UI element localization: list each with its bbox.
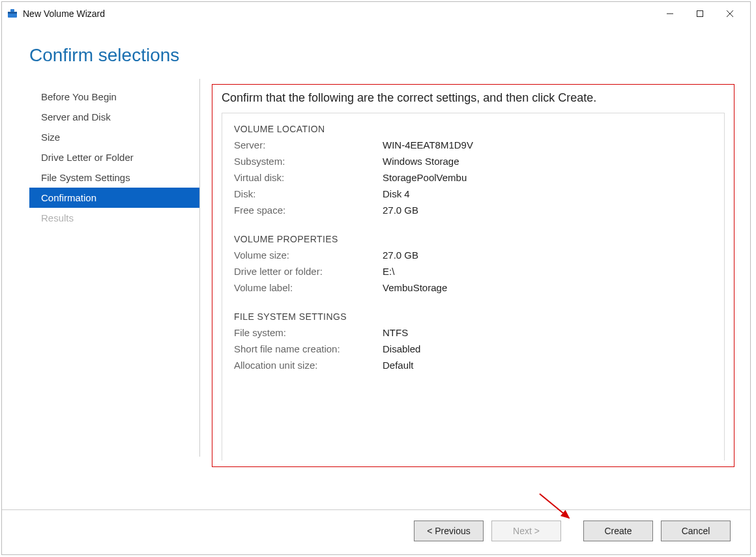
label-server: Server: — [234, 139, 383, 150]
value-volume-size: 27.0 GB — [383, 250, 712, 261]
main-panel: Confirm that the following are the corre… — [200, 79, 738, 509]
app-icon — [7, 8, 18, 19]
section-heading-volume-properties: VOLUME PROPERTIES — [234, 234, 712, 244]
titlebar: New Volume Wizard — [2, 2, 750, 25]
label-drive-letter: Drive letter or folder: — [234, 266, 383, 277]
row-disk: Disk: Disk 4 — [234, 186, 712, 202]
row-subsystem: Subsystem: Windows Storage — [234, 153, 712, 169]
label-file-system: File system: — [234, 327, 383, 338]
label-short-file-name: Short file name creation: — [234, 343, 383, 354]
page-heading: Confirm selections — [2, 25, 750, 79]
row-virtual-disk: Virtual disk: StoragePoolVembu — [234, 169, 712, 186]
button-bar: < Previous Next > Create Cancel — [2, 509, 750, 554]
sidebar-item-results: Results — [29, 208, 199, 228]
row-server: Server: WIN-4EEAT8M1D9V — [234, 137, 712, 153]
create-button[interactable]: Create — [583, 521, 653, 541]
window-controls — [655, 3, 745, 24]
row-volume-size: Volume size: 27.0 GB — [234, 247, 712, 263]
body-row: Before You Begin Server and Disk Size Dr… — [2, 79, 750, 509]
sidebar-item-file-system-settings[interactable]: File System Settings — [29, 167, 199, 188]
value-subsystem: Windows Storage — [383, 156, 712, 167]
previous-button[interactable]: < Previous — [414, 521, 484, 541]
label-volume-size: Volume size: — [234, 250, 383, 261]
label-free-space: Free space: — [234, 205, 383, 216]
value-drive-letter: E:\ — [383, 266, 712, 277]
sidebar-item-size[interactable]: Size — [29, 127, 199, 147]
minimize-button[interactable] — [655, 3, 685, 24]
value-allocation-unit: Default — [383, 360, 712, 371]
content-area: Confirm selections Before You Begin Serv… — [2, 25, 750, 554]
label-subsystem: Subsystem: — [234, 156, 383, 167]
highlight-box: Confirm that the following are the corre… — [212, 84, 734, 467]
sidebar-item-drive-letter[interactable]: Drive Letter or Folder — [29, 147, 199, 167]
next-button: Next > — [491, 521, 561, 541]
section-heading-file-system-settings: FILE SYSTEM SETTINGS — [234, 311, 712, 322]
maximize-button[interactable] — [685, 3, 715, 24]
wizard-sidebar: Before You Begin Server and Disk Size Dr… — [29, 79, 200, 457]
value-disk: Disk 4 — [383, 188, 712, 199]
row-allocation-unit: Allocation unit size: Default — [234, 357, 712, 373]
window-title: New Volume Wizard — [23, 8, 655, 19]
label-disk: Disk: — [234, 188, 383, 199]
svg-rect-4 — [697, 10, 703, 16]
value-server: WIN-4EEAT8M1D9V — [383, 139, 712, 150]
svg-rect-2 — [10, 9, 14, 12]
sidebar-item-confirmation[interactable]: Confirmation — [29, 188, 199, 208]
sidebar-item-before-you-begin[interactable]: Before You Begin — [29, 87, 199, 107]
value-short-file-name: Disabled — [383, 343, 712, 354]
cancel-button[interactable]: Cancel — [661, 521, 731, 541]
value-free-space: 27.0 GB — [383, 205, 712, 216]
value-file-system: NTFS — [383, 327, 712, 338]
sidebar-item-server-and-disk[interactable]: Server and Disk — [29, 107, 199, 127]
row-free-space: Free space: 27.0 GB — [234, 202, 712, 218]
value-virtual-disk: StoragePoolVembu — [383, 172, 712, 183]
settings-frame: VOLUME LOCATION Server: WIN-4EEAT8M1D9V … — [222, 113, 725, 461]
label-virtual-disk: Virtual disk: — [234, 172, 383, 183]
wizard-window: New Volume Wizard Confirm selections Bef… — [1, 1, 751, 555]
row-short-file-name: Short file name creation: Disabled — [234, 341, 712, 357]
instruction-text: Confirm that the following are the corre… — [222, 91, 725, 105]
label-volume-label: Volume label: — [234, 282, 383, 293]
svg-rect-1 — [8, 12, 17, 14]
close-button[interactable] — [715, 3, 745, 24]
value-volume-label: VembuStorage — [383, 282, 712, 293]
row-drive-letter: Drive letter or folder: E:\ — [234, 263, 712, 279]
section-heading-volume-location: VOLUME LOCATION — [234, 124, 712, 134]
label-allocation-unit: Allocation unit size: — [234, 360, 383, 371]
row-file-system: File system: NTFS — [234, 324, 712, 341]
row-volume-label: Volume label: VembuStorage — [234, 279, 712, 296]
